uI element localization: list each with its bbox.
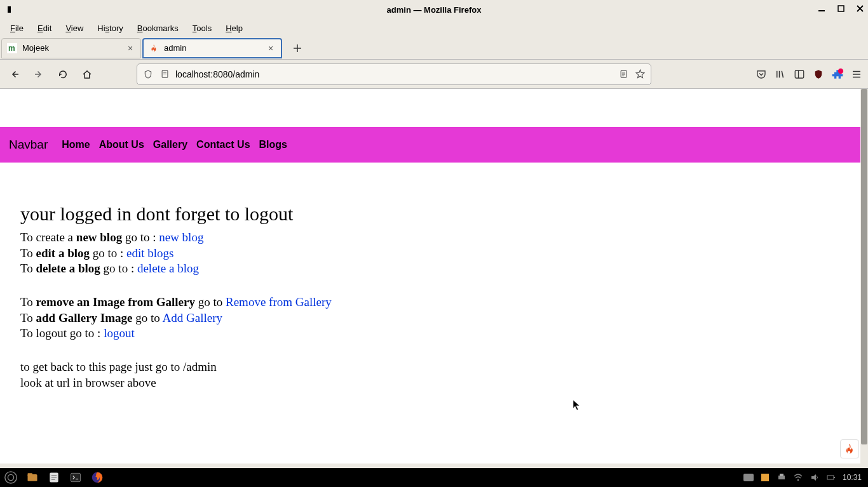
window-minimize-button[interactable] bbox=[816, 3, 827, 14]
scrollbar-thumb[interactable] bbox=[861, 89, 867, 444]
library-icon[interactable] bbox=[774, 68, 787, 81]
text-editor-icon[interactable] bbox=[46, 469, 62, 486]
extension-icon[interactable] bbox=[831, 68, 844, 81]
reader-mode-icon[interactable] bbox=[618, 69, 629, 80]
terminal-icon[interactable] bbox=[67, 469, 84, 486]
svg-point-23 bbox=[838, 68, 843, 73]
nav-gallery[interactable]: Gallery bbox=[153, 139, 187, 150]
nav-contact[interactable]: Contact Us bbox=[196, 139, 250, 150]
menu-help[interactable]: Help bbox=[220, 21, 248, 36]
svg-rect-43 bbox=[827, 476, 834, 479]
admin-hint-line2: look at url in browser above bbox=[20, 375, 848, 391]
tab-admin[interactable]: admin × bbox=[142, 38, 282, 58]
edit-blog-line: To edit a blog go to : edit blogs bbox=[20, 246, 848, 262]
menu-tools[interactable]: Tools bbox=[187, 21, 217, 36]
codeigniter-favicon-icon bbox=[149, 43, 159, 53]
urlbar[interactable] bbox=[137, 63, 651, 85]
printer-icon[interactable] bbox=[776, 472, 787, 483]
remove-gallery-link[interactable]: Remove from Gallery bbox=[226, 295, 332, 309]
reload-button[interactable] bbox=[53, 65, 72, 84]
menubar: File Edit View History Bookmarks Tools H… bbox=[0, 19, 868, 37]
flame-icon bbox=[843, 443, 856, 455]
add-gallery-line: To add Gallery Image go to Add Gallery bbox=[20, 310, 848, 326]
back-button[interactable] bbox=[5, 65, 24, 84]
tab-close-button[interactable]: × bbox=[125, 43, 135, 53]
page-navbar: Navbar Home About Us Gallery Contact Us … bbox=[0, 127, 868, 163]
ublock-icon[interactable] bbox=[812, 68, 825, 81]
hamburger-menu-icon[interactable] bbox=[850, 68, 863, 81]
create-blog-line: To create a new blog go to : new blog bbox=[20, 230, 848, 246]
window-indicator-icon bbox=[8, 6, 11, 13]
add-gallery-link[interactable]: Add Gallery bbox=[163, 311, 222, 324]
vertical-scrollbar[interactable] bbox=[860, 89, 868, 464]
tab-mojeek[interactable]: m Mojeek × bbox=[1, 38, 141, 58]
sidebar-icon[interactable] bbox=[793, 68, 806, 81]
volume-icon[interactable] bbox=[810, 472, 820, 483]
svg-text:m: m bbox=[8, 44, 15, 53]
edit-blogs-link[interactable]: edit blogs bbox=[126, 246, 173, 260]
forward-button[interactable] bbox=[29, 65, 48, 84]
svg-rect-35 bbox=[71, 473, 81, 481]
svg-point-27 bbox=[5, 472, 17, 483]
window-close-button[interactable] bbox=[854, 3, 865, 14]
keyboard-icon[interactable] bbox=[743, 472, 754, 483]
svg-line-20 bbox=[782, 70, 783, 77]
site-info-icon[interactable] bbox=[159, 69, 170, 80]
clock[interactable]: 10:31 bbox=[843, 473, 862, 482]
svg-point-42 bbox=[797, 479, 799, 481]
toolbar bbox=[0, 60, 868, 89]
svg-rect-39 bbox=[761, 474, 769, 481]
window-maximize-button[interactable] bbox=[835, 3, 846, 14]
navbar-brand[interactable]: Navbar bbox=[9, 138, 48, 152]
nav-home[interactable]: Home bbox=[62, 139, 90, 150]
tabbar: m Mojeek × admin × bbox=[0, 37, 868, 60]
url-input[interactable] bbox=[175, 69, 613, 79]
tab-title: admin bbox=[164, 43, 261, 53]
svg-rect-38 bbox=[743, 474, 754, 481]
delete-blog-line: To delete a blog go to : delete a blog bbox=[20, 261, 848, 277]
tab-close-button[interactable]: × bbox=[266, 43, 276, 53]
app-menu-icon[interactable] bbox=[3, 469, 19, 486]
logout-line: To logout go to : logout bbox=[20, 326, 848, 342]
page-viewport: Navbar Home About Us Gallery Contact Us … bbox=[0, 89, 868, 464]
new-blog-link[interactable]: new blog bbox=[159, 230, 203, 244]
menu-view[interactable]: View bbox=[60, 21, 88, 36]
svg-rect-41 bbox=[780, 474, 783, 476]
svg-rect-1 bbox=[838, 6, 844, 11]
wifi-icon[interactable] bbox=[793, 472, 803, 483]
file-manager-icon[interactable] bbox=[24, 469, 41, 486]
codeigniter-badge[interactable] bbox=[840, 439, 859, 458]
shield-icon[interactable] bbox=[142, 69, 154, 80]
nav-about[interactable]: About Us bbox=[99, 139, 144, 150]
menu-edit[interactable]: Edit bbox=[32, 21, 57, 36]
tab-title: Mojeek bbox=[22, 43, 120, 53]
battery-icon[interactable] bbox=[826, 472, 836, 483]
svg-rect-13 bbox=[621, 70, 627, 77]
delete-blog-link[interactable]: delete a blog bbox=[137, 262, 199, 275]
window-titlebar: admin — Mozilla Firefox bbox=[0, 0, 868, 19]
pocket-icon[interactable] bbox=[755, 68, 768, 81]
menu-file[interactable]: File bbox=[5, 21, 29, 36]
svg-point-28 bbox=[8, 474, 13, 480]
svg-rect-21 bbox=[795, 70, 804, 78]
menu-history[interactable]: History bbox=[92, 21, 128, 36]
logout-link[interactable]: logout bbox=[104, 326, 135, 340]
svg-rect-44 bbox=[834, 477, 835, 478]
notification-icon[interactable] bbox=[760, 472, 770, 483]
new-tab-button[interactable] bbox=[288, 39, 306, 57]
home-button[interactable] bbox=[78, 65, 97, 84]
page-heading: your logged in dont forget to logout bbox=[20, 203, 848, 225]
firefox-icon[interactable] bbox=[89, 469, 105, 486]
remove-gallery-line: To remove an Image from Gallery go to Re… bbox=[20, 295, 848, 310]
mojeek-favicon-icon: m bbox=[7, 43, 17, 53]
window-title: admin — Mozilla Firefox bbox=[387, 5, 482, 15]
taskbar: 10:31 bbox=[0, 468, 868, 487]
nav-blogs[interactable]: Blogs bbox=[259, 139, 287, 150]
admin-hint-line1: to get back to this page just go to /adm… bbox=[20, 359, 848, 375]
bookmark-star-icon[interactable] bbox=[634, 69, 646, 80]
mouse-cursor-icon bbox=[573, 399, 581, 413]
svg-rect-30 bbox=[28, 473, 33, 476]
menu-bookmarks[interactable]: Bookmarks bbox=[132, 21, 184, 36]
